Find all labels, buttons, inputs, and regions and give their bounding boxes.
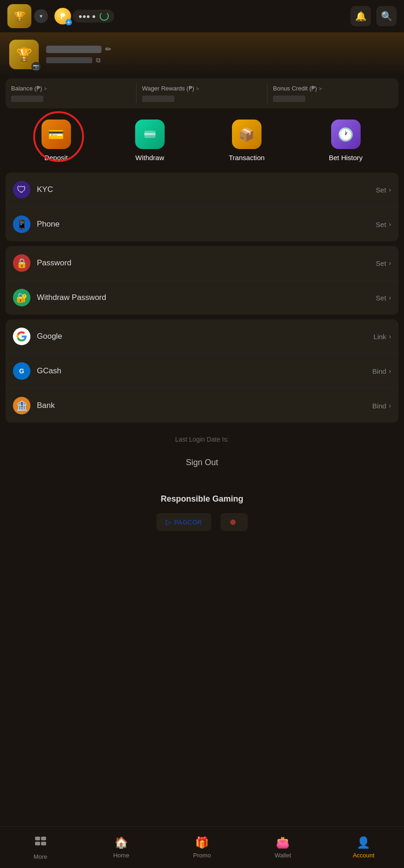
profile-info: ✏ ⧉ — [46, 45, 395, 64]
bank-chevron: › — [389, 402, 391, 409]
balance-card[interactable]: Balance (₱) > — [6, 78, 137, 108]
gcash-chevron: › — [389, 367, 391, 375]
bonus-arrow: > — [319, 86, 321, 91]
coin-balance-area: ₱ + ●●● ● — [54, 8, 114, 24]
bank-label: Bank — [37, 401, 372, 410]
password-chevron: › — [389, 259, 391, 267]
phone-icon: 📱 — [13, 216, 30, 233]
menu-item-gcash[interactable]: G GCash Bind › — [6, 354, 398, 389]
profile-id — [46, 57, 92, 63]
menu-list-linking: Google Link › G GCash Bind › 🏦 Bank Bind… — [6, 319, 398, 423]
refresh-icon[interactable] — [100, 12, 109, 21]
add-coin-button[interactable]: + — [65, 19, 72, 25]
gcash-label: GCash — [37, 366, 372, 376]
deposit-label: Deposit — [44, 154, 68, 162]
camera-icon[interactable]: 📷 — [31, 62, 41, 71]
last-login-section: Last Login Date Is: Sign Out — [0, 426, 404, 485]
partner-logos: ▷ PAGCOR ⊕ — [0, 513, 404, 531]
withdraw-password-label: Withdraw Password — [37, 293, 376, 302]
top-header: 🏆 ▾ ₱ + ●●● ● 🔔 🔍 — [0, 0, 404, 32]
nav-home[interactable]: 🏠 Home — [81, 832, 161, 862]
menu-item-withdraw-password[interactable]: 🔐 Withdraw Password Set › — [6, 281, 398, 315]
bottom-nav: More 🏠 Home 🎁 Promo 👛 Wallet 👤 Account — [0, 826, 404, 868]
search-button[interactable]: 🔍 — [376, 6, 397, 26]
home-label: Home — [113, 852, 129, 859]
google-chevron: › — [389, 333, 391, 340]
bet-history-button[interactable]: 🕐 Bet History — [329, 120, 362, 162]
dropdown-arrow[interactable]: ▾ — [34, 9, 48, 23]
partner2-logo: ⊕ — [220, 513, 248, 531]
svg-rect-2 — [35, 837, 40, 840]
password-icon: 🔒 — [13, 254, 30, 272]
menu-item-google[interactable]: Google Link › — [6, 319, 398, 354]
svg-rect-3 — [41, 837, 46, 840]
responsible-gaming-title: Responsible Gaming — [0, 494, 404, 504]
wager-arrow: > — [196, 86, 199, 91]
password-label: Password — [37, 258, 376, 268]
menu-list-verification: 🛡 KYC Set › 📱 Phone Set › — [6, 173, 398, 241]
sign-out-button[interactable]: Sign Out — [6, 450, 398, 475]
withdraw-password-action: Set — [376, 294, 386, 302]
profile-id-row: ⧉ — [46, 56, 395, 64]
withdraw-icon — [135, 120, 165, 149]
menu-item-phone[interactable]: 📱 Phone Set › — [6, 207, 398, 241]
app-logo: 🏆 — [7, 4, 31, 28]
withdraw-label: Withdraw — [136, 154, 165, 162]
gcash-action: Bind — [372, 367, 386, 375]
balance-display: ●●● ● — [73, 10, 114, 23]
deposit-icon: 💳 — [42, 120, 71, 149]
password-action: Set — [376, 259, 386, 267]
notification-button[interactable]: 🔔 — [351, 6, 371, 26]
bet-history-label: Bet History — [329, 154, 362, 162]
withdraw-button[interactable]: Withdraw — [135, 120, 165, 162]
header-actions: 🔔 🔍 — [351, 6, 397, 26]
withdraw-password-icon: 🔐 — [13, 289, 30, 306]
menu-item-password[interactable]: 🔒 Password Set › — [6, 246, 398, 281]
avatar: 🏆 📷 — [9, 40, 39, 69]
search-icon: 🔍 — [381, 11, 392, 22]
bet-history-icon: 🕐 — [331, 120, 361, 149]
responsible-gaming-section: Responsible Gaming ▷ PAGCOR ⊕ — [0, 485, 404, 593]
chevron-down-icon: ▾ — [40, 13, 42, 19]
trophy-icon: 🏆 — [14, 11, 25, 22]
phone-chevron: › — [389, 221, 391, 228]
transaction-button[interactable]: 📦 Transaction — [229, 120, 265, 162]
svg-rect-5 — [41, 842, 46, 845]
balance-arrow: > — [44, 86, 47, 91]
wager-rewards-card[interactable]: Wager Rewards (₱) > — [137, 78, 267, 108]
profile-section: 🏆 📷 ✏ ⧉ — [0, 32, 404, 75]
menu-item-kyc[interactable]: 🛡 KYC Set › — [6, 173, 398, 207]
bank-action: Bind — [372, 402, 386, 410]
google-icon — [13, 328, 30, 345]
logo-area: 🏆 ▾ — [7, 4, 48, 28]
kyc-label: KYC — [37, 185, 376, 194]
bonus-label: Bonus Credit (₱) > — [273, 85, 393, 92]
google-label: Google — [37, 332, 374, 341]
bell-icon: 🔔 — [355, 11, 367, 22]
bonus-credit-card[interactable]: Bonus Credit (₱) > — [267, 78, 398, 108]
nav-account[interactable]: 👤 Account — [323, 832, 404, 862]
promo-label: Promo — [193, 852, 211, 859]
deposit-button[interactable]: 💳 Deposit — [42, 120, 71, 162]
coin-icon: ₱ + — [54, 8, 71, 24]
home-icon: 🏠 — [114, 836, 128, 849]
copy-id-icon[interactable]: ⧉ — [96, 56, 101, 64]
nav-more[interactable]: More — [0, 831, 81, 864]
kyc-icon: 🛡 — [13, 181, 30, 198]
nav-promo[interactable]: 🎁 Promo — [161, 832, 242, 862]
more-label: More — [34, 853, 48, 860]
balance-value — [11, 96, 43, 102]
profile-username — [46, 46, 101, 53]
balance-cards: Balance (₱) > Wager Rewards (₱) > Bonus … — [6, 78, 398, 108]
menu-list-security: 🔒 Password Set › 🔐 Withdraw Password Set… — [6, 246, 398, 315]
menu-item-bank[interactable]: 🏦 Bank Bind › — [6, 389, 398, 423]
wallet-label: Wallet — [274, 852, 291, 859]
edit-profile-icon[interactable]: ✏ — [105, 45, 111, 54]
account-label: Account — [353, 852, 374, 859]
last-login-label: Last Login Date Is: — [0, 436, 404, 443]
wallet-icon: 👛 — [276, 836, 290, 849]
nav-wallet[interactable]: 👛 Wallet — [243, 832, 323, 862]
google-action: Link — [374, 333, 386, 341]
more-icon — [34, 835, 47, 850]
wager-label: Wager Rewards (₱) > — [142, 85, 262, 92]
